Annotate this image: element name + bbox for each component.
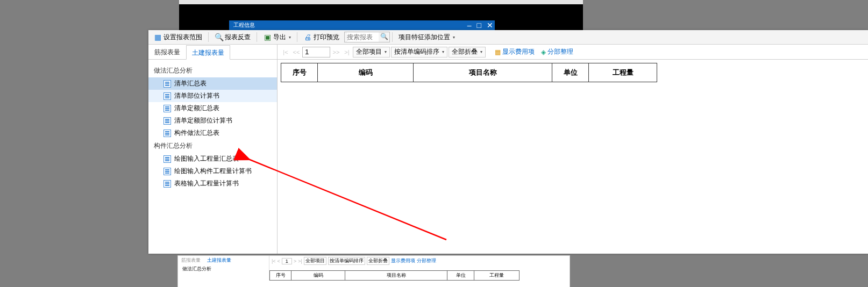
thumb-show-fee: 显示费用项 — [391, 257, 415, 264]
fee-icon: ▦ — [495, 48, 501, 56]
toolbar-separator — [257, 32, 257, 42]
thumb-page: 1 — [282, 258, 292, 264]
tree-item-drawing-component-calc[interactable]: 绘图输入构件工程量计算书 — [148, 165, 277, 177]
content-row: 筋报表量 土建报表量 做法汇总分析 清单汇总表 清单部位计算书 清 — [148, 45, 868, 254]
bg-window-title: 工程信息 — [233, 22, 255, 28]
main-toolbar: ▦ 设置报表范围 🔍 报表反查 ▣ 导出 ▾ 🖨 打印预览 🔍 项目特征添加位置… — [148, 30, 868, 45]
collapse-all-label: 全部折叠 — [452, 47, 478, 56]
chevron-down-icon: ▾ — [385, 49, 387, 54]
all-projects-dropdown[interactable]: 全部项目 ▾ — [353, 47, 390, 58]
chevron-down-icon: ▾ — [453, 35, 455, 40]
collapse-all-dropdown[interactable]: 全部折叠 ▾ — [449, 47, 486, 58]
maximize-icon[interactable]: □ — [477, 20, 481, 30]
export-icon: ▣ — [263, 33, 272, 41]
tree-item-bill-part-calc[interactable]: 清单部位计算书 — [148, 90, 277, 102]
nav-first-button[interactable]: |< — [281, 47, 290, 57]
show-fee-items-link[interactable]: ▦ 显示费用项 — [492, 47, 537, 57]
report-tree: 做法汇总分析 清单汇总表 清单部位计算书 清单定额汇总表 清单定额部位计算书 — [148, 60, 277, 194]
sort-by-code-label: 按清单编码排序 — [394, 47, 439, 56]
tree-group-methods: 做法汇总分析 — [148, 64, 277, 77]
tree-item-bill-quota-summary[interactable]: 清单定额汇总表 — [148, 102, 277, 114]
feature-add-position-button[interactable]: 项目特征添加位置 ▾ — [395, 31, 459, 44]
document-icon — [163, 105, 171, 112]
tree-item-label: 表格输入工程量计算书 — [174, 179, 239, 188]
all-projects-label: 全部项目 — [356, 47, 382, 56]
sort-by-code-dropdown[interactable]: 按清单编码排序 ▾ — [391, 47, 447, 58]
tab-rebar-reports[interactable]: 筋报表量 — [148, 45, 186, 59]
set-range-label: 设置报表范围 — [163, 33, 202, 42]
thumb-sort: 按清单编码排序 — [328, 257, 365, 265]
nav-last-button[interactable]: >| — [342, 47, 352, 57]
thumb-th-seq: 序号 — [269, 270, 291, 281]
thumb-nav-first-icon: |< — [272, 259, 276, 264]
toolbar-separator — [392, 32, 393, 42]
document-icon — [163, 168, 171, 175]
reverse-check-icon: 🔍 — [215, 33, 223, 41]
section-organize-label: 分部整理 — [547, 47, 573, 56]
tree-item-label: 构件做法汇总表 — [174, 128, 219, 138]
tree-group-components: 构件汇总分析 — [148, 139, 277, 153]
organize-icon: ◈ — [541, 48, 546, 56]
print-preview-button[interactable]: 🖨 打印预览 — [300, 31, 343, 44]
nav-next-button[interactable]: >> — [331, 47, 341, 57]
tree-item-bill-summary[interactable]: 清单汇总表 — [148, 77, 277, 90]
nav-prev-button[interactable]: << — [291, 47, 301, 57]
minimize-icon[interactable]: – — [467, 20, 472, 30]
report-reverse-check-button[interactable]: 🔍 报表反查 — [211, 31, 254, 44]
tab-civil-label: 土建报表量 — [192, 49, 224, 56]
search-icon[interactable]: 🔍 — [380, 33, 388, 40]
thumb-section: 分部整理 — [417, 257, 436, 264]
tree-item-component-method-summary[interactable]: 构件做法汇总表 — [148, 127, 277, 139]
thumb-group-label: 做法汇总分析 — [178, 264, 269, 274]
tree-item-label: 绘图输入构件工程量计算书 — [174, 167, 252, 176]
print-preview-label: 打印预览 — [314, 33, 339, 42]
th-name: 项目名称 — [413, 63, 552, 82]
tab-civil-reports[interactable]: 土建报表量 — [186, 45, 230, 60]
toolbar-separator — [297, 32, 297, 42]
thumb-th-name: 项目名称 — [345, 270, 447, 281]
thumb-th-unit: 单位 — [447, 270, 474, 281]
main-panel: |< << >> >| 全部项目 ▾ 按清单编码排序 ▾ 全部折叠 ▾ — [278, 45, 868, 254]
main-window: ▦ 设置报表范围 🔍 报表反查 ▣ 导出 ▾ 🖨 打印预览 🔍 项目特征添加位置… — [148, 30, 868, 254]
page-number-input[interactable] — [302, 47, 330, 58]
bg-window-controls: – □ ✕ — [467, 20, 493, 30]
thumb-nav-next-icon: > — [294, 259, 296, 264]
tab-rebar-label: 筋报表量 — [154, 48, 180, 56]
document-icon — [163, 180, 171, 188]
thumb-th-qty: 工程量 — [474, 270, 520, 281]
search-input[interactable] — [347, 32, 379, 42]
th-code: 编码 — [317, 63, 413, 82]
sidebar-tabs: 筋报表量 土建报表量 — [148, 45, 277, 60]
background-thumbnail-window: 筋报表量 土建报表量 做法汇总分析 |< < 1 > >| 全部项目 按清单编码… — [177, 255, 570, 287]
range-icon: ▦ — [153, 33, 162, 41]
thumb-tab-civil: 土建报表量 — [204, 256, 234, 264]
toolbar-separator — [208, 32, 209, 42]
document-icon — [163, 117, 171, 125]
thumb-collapse: 全部折叠 — [367, 257, 389, 265]
print-icon: 🖨 — [303, 33, 312, 41]
tree-item-drawing-qty-summary[interactable]: 绘图输入工程量汇总表 — [148, 153, 277, 165]
section-organize-link[interactable]: ◈ 分部整理 — [538, 47, 576, 57]
thumb-tab-rebar: 筋报表量 — [178, 256, 204, 264]
export-button[interactable]: ▣ 导出 ▾ — [259, 31, 295, 44]
close-icon[interactable]: ✕ — [487, 20, 493, 30]
tree-item-label: 清单定额汇总表 — [174, 104, 219, 113]
th-unit: 单位 — [552, 63, 588, 82]
thumb-all-projects: 全部项目 — [304, 257, 326, 265]
background-window-titlebar: 工程信息 – □ ✕ — [229, 20, 495, 30]
tree-item-bill-quota-part-calc[interactable]: 清单定额部位计算书 — [148, 114, 277, 127]
document-icon — [163, 92, 171, 100]
th-qty: 工程量 — [588, 63, 657, 82]
tree-item-label: 绘图输入工程量汇总表 — [174, 154, 239, 163]
search-report-box[interactable]: 🔍 — [344, 32, 390, 42]
tree-item-table-input-calc[interactable]: 表格输入工程量计算书 — [148, 177, 277, 190]
export-label: 导出 — [273, 33, 286, 42]
tree-item-label: 清单汇总表 — [174, 79, 207, 88]
set-report-range-button[interactable]: ▦ 设置报表范围 — [150, 31, 206, 44]
document-icon — [163, 130, 171, 137]
report-table-header: 序号 编码 项目名称 单位 工程量 — [281, 63, 865, 82]
tree-item-label: 清单定额部位计算书 — [174, 116, 232, 125]
thumb-nav-prev-icon: < — [278, 259, 280, 264]
chevron-down-icon: ▾ — [442, 49, 444, 54]
feature-add-label: 项目特征添加位置 — [399, 33, 450, 42]
